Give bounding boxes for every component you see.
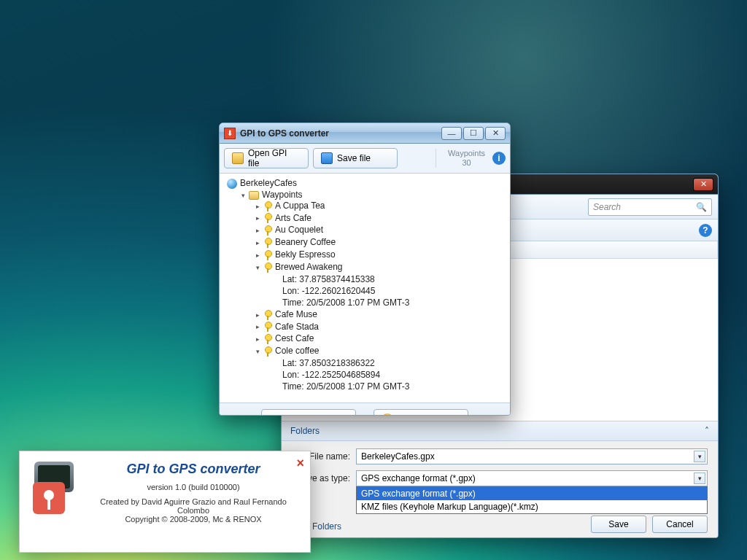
pin-icon: [263, 225, 272, 236]
save-file-button[interactable]: Save file: [313, 148, 398, 168]
filename-history-dropdown[interactable]: ▾: [694, 451, 705, 462]
info-button[interactable]: i: [492, 152, 506, 165]
about-app-icon: [31, 462, 78, 508]
register-button[interactable]: Register: [374, 409, 468, 416]
expand-icon[interactable]: ▾: [256, 264, 263, 271]
maximize-button[interactable]: ☐: [463, 127, 484, 140]
converter-titlebar[interactable]: ⬇ GPI to GPS converter — ☐ ✕: [220, 123, 510, 144]
pin-icon: [263, 310, 272, 320]
waypoint-item[interactable]: ▸A Cuppa Tea: [255, 200, 507, 212]
collapse-icon[interactable]: ▾: [241, 192, 249, 199]
folders-label: Folders: [290, 426, 320, 436]
savetype-select[interactable]: GPS exchange format (*.gpx) ▾: [356, 470, 708, 486]
waypoint-detail: Lon: -122.26021620445: [268, 285, 507, 297]
savetype-option-kmz[interactable]: KMZ files (Keyhole Markup Language)(*.km…: [357, 500, 707, 513]
cancel-button[interactable]: Cancel: [652, 516, 708, 533]
pin-icon: [263, 322, 272, 332]
help-button[interactable]: ?: [699, 224, 712, 237]
pin-icon: [263, 238, 272, 248]
waypoints-counter: Waypoints 30: [436, 149, 488, 168]
minimize-button[interactable]: —: [441, 127, 462, 140]
close-button[interactable]: ×: [296, 456, 304, 471]
expand-icon[interactable]: ▸: [256, 214, 263, 222]
savetype-dropdown-list[interactable]: GPS exchange format (*.gpx) KMZ files (K…: [356, 486, 708, 514]
expand-icon[interactable]: ▸: [256, 227, 263, 234]
waypoint-item[interactable]: ▸Bekly Espresso: [255, 249, 507, 261]
tree-root[interactable]: BerkeleyCafes ▾Waypoints ▸A Cuppa Tea▸Ar…: [225, 177, 507, 394]
filename-input[interactable]: BerkeleyCafes.gpx ▾: [356, 448, 708, 464]
waypoint-item[interactable]: ▸Cafe Stada: [255, 321, 507, 333]
globe-icon: [227, 179, 237, 189]
waypoint-item[interactable]: ▾Brewed Awakeng: [255, 261, 507, 273]
about-created-by: Created by David Aguirre Grazio and Raul…: [88, 497, 298, 515]
toolbar: Open GPI file Save file Waypoints 30 i: [220, 144, 510, 174]
expand-icon[interactable]: ▸: [256, 311, 263, 319]
expand-icon[interactable]: ▾: [256, 348, 263, 355]
waypoint-item[interactable]: ▸Arts Cafe: [255, 212, 507, 225]
expand-icon[interactable]: ▸: [256, 323, 263, 330]
tree-folder[interactable]: ▾Waypoints ▸A Cuppa Tea▸Arts Cafe▸Au Coq…: [240, 189, 507, 393]
waypoint-tree[interactable]: BerkeleyCafes ▾Waypoints ▸A Cuppa Tea▸Ar…: [220, 174, 510, 402]
waypoint-detail: Time: 20/5/2008 1:07 PM GMT-3: [268, 381, 507, 392]
waypoint-detail: Lat: 37.8758374415338: [268, 273, 507, 285]
expand-icon[interactable]: ▸: [256, 239, 263, 246]
waypoint-item[interactable]: ▸Cest Cafe: [255, 332, 507, 345]
about-dialog: × GPI to GPS converter version 1.0 (buil…: [19, 451, 311, 553]
waypoint-item[interactable]: ▸Au Coquelet: [255, 224, 507, 236]
pin-icon: [263, 262, 272, 273]
waypoint-detail: Lat: 37.8503218386322: [268, 357, 507, 369]
pin-icon: [263, 250, 272, 260]
search-placeholder: Search: [593, 202, 621, 212]
register-icon: [382, 413, 393, 416]
expand-icon[interactable]: ▸: [256, 252, 263, 259]
folders-panel-header[interactable]: Folders ˄: [282, 421, 718, 441]
buy-now-button[interactable]: PayPal Buy now: [261, 409, 356, 416]
bottom-toolbar: PayPal Buy now Register: [220, 402, 510, 416]
pin-icon: [263, 334, 272, 344]
expand-icon[interactable]: ▸: [256, 335, 263, 343]
close-button[interactable]: ✕: [485, 127, 506, 140]
pin-icon: [263, 201, 272, 211]
pin-icon: [263, 346, 272, 357]
save-form: File name: BerkeleyCafes.gpx ▾ Save as t…: [282, 441, 718, 538]
app-icon: ⬇: [224, 128, 236, 139]
savetype-dropdown-button[interactable]: ▾: [694, 472, 705, 484]
waypoint-item[interactable]: ▾Cole coffee: [255, 345, 507, 357]
about-copyright: Copyright © 2008-2009, Mc & RENOX: [88, 515, 298, 524]
converter-window: ⬇ GPI to GPS converter — ☐ ✕ Open GPI fi…: [219, 122, 511, 416]
folder-icon: [249, 191, 259, 200]
paypal-icon: PayPal: [269, 414, 295, 416]
about-title: GPI to GPS converter: [88, 462, 298, 477]
savetype-option-gpx[interactable]: GPS exchange format (*.gpx): [357, 487, 707, 500]
search-input[interactable]: Search 🔍: [588, 198, 712, 216]
waypoint-detail: Time: 20/5/2008 1:07 PM GMT-3: [268, 297, 507, 308]
expand-icon[interactable]: ▸: [256, 203, 263, 210]
window-title: GPI to GPS converter: [240, 128, 329, 139]
waypoint-item[interactable]: ▸Beanery Coffee: [255, 236, 507, 249]
search-icon: 🔍: [696, 202, 707, 212]
close-button[interactable]: ✕: [693, 178, 713, 191]
waypoint-item[interactable]: ▸Cafe Muse: [255, 308, 507, 321]
open-icon: [232, 152, 244, 164]
save-button[interactable]: Save: [591, 516, 646, 533]
save-icon: [321, 152, 333, 164]
pin-icon: [263, 213, 272, 223]
open-gpi-button[interactable]: Open GPI file: [224, 148, 309, 168]
waypoint-detail: Lon: -122.252504685894: [268, 369, 507, 381]
about-version: version 1.0 (build 010000): [88, 483, 298, 491]
chevron-up-icon: ˄: [705, 426, 709, 436]
